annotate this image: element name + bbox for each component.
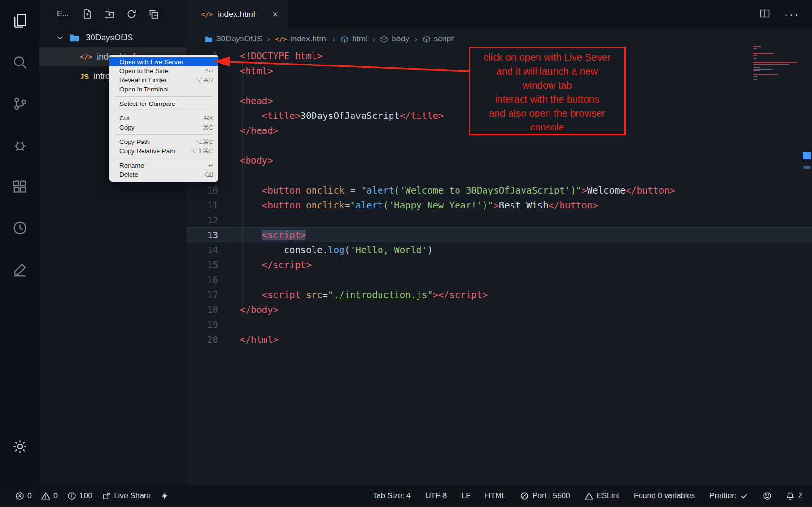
breadcrumb-separator: › [266, 34, 270, 44]
status-100[interactable]: 100 [67, 492, 92, 500]
status-bar: 00100Live Share Tab Size: 4UTF-8LFHTMLPo… [0, 485, 812, 507]
menu-separator [115, 111, 212, 111]
status-found-0-variables[interactable]: Found 0 variables [634, 492, 695, 500]
code-line-20: 20</html> [186, 332, 812, 347]
status-0[interactable]: 0 [41, 492, 58, 500]
status-2[interactable]: 2 [786, 492, 802, 500]
chevron-down-icon [56, 34, 64, 41]
line-number: 12 [186, 215, 228, 225]
line-number: 18 [186, 304, 228, 315]
menu-item-copy-relative-path[interactable]: Copy Relative Path⌥⇧⌘C [109, 146, 218, 156]
line-number: 17 [186, 289, 228, 300]
menu-shortcut: ⌥⌘C [196, 138, 213, 145]
menu-shortcut: ⌥⌘R [196, 77, 213, 84]
breadcrumb-index-html[interactable]: </>index.html [275, 34, 328, 44]
menu-item-select-for-compare[interactable]: Select for Compare [109, 99, 218, 108]
breadcrumb-script[interactable]: script [422, 34, 454, 44]
code-line-17: 17 <script src="./introduction.js"></scr… [186, 287, 812, 302]
activity-bar [0, 0, 39, 485]
menu-shortcut: ⌫ [205, 171, 213, 178]
code-line-8: 8<body> [186, 153, 812, 168]
line-number: 10 [186, 185, 228, 195]
code-line-10: 10 <button onclick = "alert('Welcome to … [186, 182, 812, 197]
status-bolt[interactable] [160, 492, 169, 500]
menu-shortcut: ⌘C [203, 124, 213, 131]
breadcrumb-html[interactable]: html [341, 34, 367, 44]
smiley-icon [763, 492, 772, 500]
breadcrumb: 30DaysOfJS›</>index.html›html›body›scrip… [186, 29, 812, 49]
breadcrumb-30daysofjs[interactable]: 30DaysOfJS [205, 34, 262, 44]
status-port-5500[interactable]: Port : 5500 [520, 492, 570, 500]
menu-item-open-with-live-server[interactable]: Open with Live Server [109, 57, 218, 66]
menu-item-open-to-the-side[interactable]: Open to the Side^↩ [109, 66, 218, 76]
status-prettier[interactable]: Prettier: [709, 492, 748, 500]
menu-item-copy[interactable]: Copy⌘C [109, 123, 218, 132]
line-number: 19 [186, 319, 228, 330]
split-editor-icon[interactable] [759, 8, 771, 21]
status-tab-size-4[interactable]: Tab Size: 4 [373, 492, 411, 500]
annotation-line: and also open the browser [470, 106, 624, 120]
breadcrumb-separator: › [332, 34, 336, 44]
code-line-11: 11 <button onclick="alert('Happy New Yea… [186, 197, 812, 212]
annotation-line: click on open with Live Sever [470, 50, 624, 64]
annotation-line: interact with the buttons [470, 92, 624, 106]
menu-item-delete[interactable]: Delete⌫ [109, 170, 218, 179]
status-eslint[interactable]: ESLint [585, 492, 619, 500]
tab-index-html[interactable]: </> index.html × [186, 0, 288, 29]
status-html[interactable]: HTML [485, 492, 506, 500]
check-icon [740, 492, 748, 500]
line-number: 20 [186, 334, 228, 345]
refresh-icon[interactable] [126, 9, 137, 19]
status-0[interactable]: 0 [15, 492, 32, 500]
feedback-pen-icon[interactable] [8, 258, 31, 281]
annotation-line: window tab [470, 78, 624, 92]
menu-separator [115, 96, 212, 97]
annotation-box: click on open with Live Severand it will… [469, 47, 626, 135]
folder-icon [205, 35, 213, 43]
code-line-14: 14 console.log('Hello, World') [186, 242, 812, 257]
history-circle-icon[interactable] [8, 216, 31, 239]
explorer-header: E... [39, 0, 186, 28]
menu-separator [115, 158, 212, 158]
menu-separator [115, 134, 212, 135]
search-icon[interactable] [8, 51, 31, 74]
source-control-icon[interactable] [8, 92, 31, 115]
overview-ruler-marker [803, 152, 811, 159]
folder-icon [69, 33, 80, 42]
breadcrumb-body[interactable]: body [380, 34, 409, 44]
run-debug-icon[interactable] [8, 133, 31, 156]
vscode-window: { "glyphs": { "html_icon": "<\/>", "js_i… [0, 0, 812, 507]
html-file-icon: </> [201, 11, 213, 18]
breadcrumb-separator: › [372, 34, 376, 44]
bell-icon [786, 492, 795, 500]
menu-item-copy-path[interactable]: Copy Path⌥⌘C [109, 137, 218, 146]
new-folder-icon[interactable] [104, 9, 115, 19]
menu-item-reveal-in-finder[interactable]: Reveal in Finder⌥⌘R [109, 76, 218, 85]
overview-ruler-marker [803, 166, 811, 169]
menu-shortcut: ↩ [208, 162, 213, 169]
collapse-all-icon[interactable] [148, 9, 159, 19]
status-utf-8[interactable]: UTF-8 [425, 492, 447, 500]
line-number: 14 [186, 245, 228, 255]
status-live-share[interactable]: Live Share [102, 492, 151, 500]
annotation-line: and it will launch a new [470, 64, 624, 78]
line-number: 16 [186, 274, 228, 285]
menu-item-cut[interactable]: Cut⌘X [109, 114, 218, 123]
annotation-line: console [470, 120, 624, 134]
close-icon[interactable]: × [272, 9, 278, 20]
menu-shortcut: ⌘X [203, 115, 213, 122]
tree-item-30daysofjs[interactable]: 30DaysOfJS [39, 28, 186, 47]
menu-item-rename[interactable]: Rename↩ [109, 161, 218, 170]
settings-gear-icon[interactable] [8, 435, 31, 458]
status-smiley[interactable] [763, 492, 772, 500]
minimap[interactable] [753, 46, 801, 81]
status-lf[interactable]: LF [461, 492, 471, 500]
extensions-icon[interactable] [8, 175, 31, 198]
explorer-icon[interactable] [8, 9, 31, 32]
new-file-icon[interactable] [82, 9, 92, 19]
menu-shortcut: ^↩ [205, 67, 213, 75]
menu-item-open-in-terminal[interactable]: Open in Terminal [109, 85, 218, 94]
explorer-title: E... [57, 9, 69, 19]
more-actions-icon[interactable]: ··· [784, 7, 799, 22]
tab-bar: </> index.html × ··· [186, 0, 812, 29]
